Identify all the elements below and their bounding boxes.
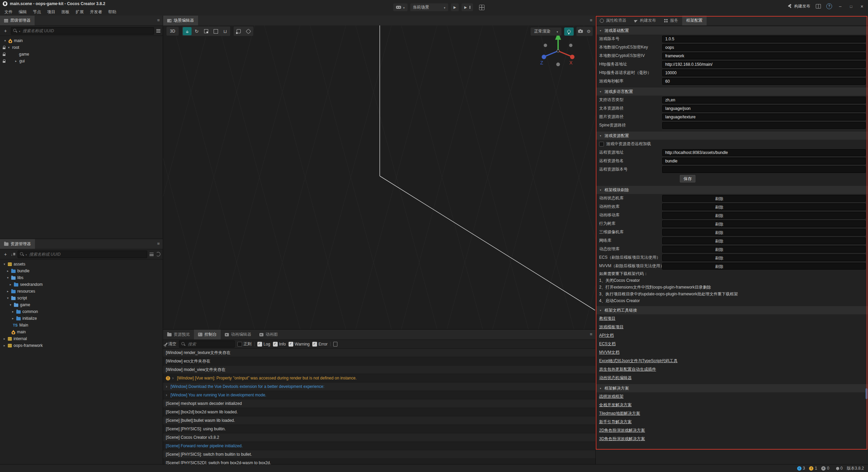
log-row[interactable]: [Window] render_texture文件夹存在 bbox=[163, 349, 595, 357]
asset-node-libs[interactable]: libs bbox=[0, 274, 163, 281]
asset-node-resources[interactable]: resources bbox=[0, 288, 163, 295]
tab-assets[interactable]: 资源管理器 bbox=[0, 239, 35, 249]
section-solutions[interactable]: 框架解决方案 bbox=[596, 384, 868, 392]
menu-developer[interactable]: 开发者 bbox=[87, 8, 105, 16]
link-row[interactable]: 游戏模板项目 bbox=[596, 323, 868, 331]
asset-node-initialize[interactable]: initialize bbox=[0, 315, 163, 322]
chevron-expanded-icon[interactable] bbox=[3, 262, 6, 266]
filter-icon[interactable] bbox=[156, 29, 160, 33]
scene-viewport[interactable]: X Z bbox=[163, 25, 595, 329]
remove-module-button[interactable]: 剔除 bbox=[662, 220, 866, 227]
ui-transform-tool-button[interactable] bbox=[221, 27, 230, 35]
asset-node-bundle[interactable]: bundle bbox=[0, 268, 163, 274]
doc-link[interactable]: API文档 bbox=[599, 333, 614, 338]
tab-inspector[interactable]: 属性检查器 bbox=[596, 16, 630, 25]
tab-hierarchy[interactable]: 层级管理器 bbox=[0, 16, 35, 25]
doc-link[interactable]: ECS文档 bbox=[599, 341, 616, 347]
scale-tool-button[interactable] bbox=[202, 27, 211, 35]
link-row[interactable]: MVVM文档 bbox=[596, 348, 868, 357]
remote-res-url-input[interactable] bbox=[662, 149, 866, 156]
remote-res-version-input[interactable] bbox=[662, 166, 866, 173]
checkbox-checked-icon[interactable] bbox=[312, 342, 317, 347]
crypto-iv-input[interactable] bbox=[662, 53, 866, 59]
coordinate-mode-button[interactable] bbox=[244, 27, 253, 35]
menu-extension[interactable]: 扩展 bbox=[73, 8, 87, 16]
close-button[interactable] bbox=[859, 4, 865, 9]
asset-node-assets[interactable]: assets bbox=[0, 261, 163, 268]
expand-chevron-icon[interactable] bbox=[166, 393, 169, 397]
3d-toggle-button[interactable]: 3D bbox=[166, 27, 179, 36]
doc-link[interactable]: Excel格式转Json文件与TypeScript代码工具 bbox=[599, 358, 677, 364]
refresh-icon[interactable] bbox=[156, 252, 160, 256]
expand-chevron-icon[interactable] bbox=[172, 376, 175, 380]
log-row[interactable]: [Scene] [box2d]:box2d wasm lib loaded. bbox=[163, 408, 595, 416]
panel-menu-icon[interactable] bbox=[157, 241, 160, 246]
log-row[interactable]: [Scene] [PHYSICS]: using builtin. bbox=[163, 425, 595, 433]
remove-module-button[interactable]: 剔除 bbox=[662, 229, 866, 236]
section-module-trim[interactable]: 框架模块剔除 bbox=[596, 186, 868, 194]
remove-module-button[interactable]: 剔除 bbox=[662, 212, 866, 219]
menu-node[interactable]: 节点 bbox=[30, 8, 44, 16]
console-search-input[interactable] bbox=[187, 341, 232, 347]
doc-link[interactable]: 原生包热更新配置自动生成插件 bbox=[599, 367, 656, 372]
checkbox-unchecked-icon[interactable] bbox=[237, 342, 242, 347]
chevron-expanded-icon[interactable] bbox=[9, 303, 12, 307]
link-row[interactable]: 教程项目 bbox=[596, 314, 868, 323]
checkbox-checked-icon[interactable] bbox=[273, 342, 278, 347]
chevron-collapsed-icon[interactable] bbox=[11, 317, 15, 320]
filter-icon[interactable] bbox=[150, 253, 154, 256]
asset-node-Main[interactable]: TS Main bbox=[0, 322, 163, 329]
link-row[interactable]: 原生包热更新配置自动生成插件 bbox=[596, 365, 868, 374]
link-row[interactable]: 3D角色扮演游戏解决方案 bbox=[596, 435, 868, 443]
log-row[interactable]: [Scene] [PHYSICS]: switch from builtin t… bbox=[163, 450, 595, 459]
tab-animation-editor[interactable]: 动画编辑器 bbox=[221, 330, 255, 339]
menu-edit[interactable]: 编辑 bbox=[16, 8, 30, 16]
doc-link[interactable]: MVVM文档 bbox=[599, 350, 619, 355]
assets-search-box[interactable] bbox=[18, 251, 147, 258]
log-row[interactable]: [Scene] meshopt wasm decoder initialized bbox=[163, 399, 595, 408]
add-node-button[interactable] bbox=[2, 28, 8, 34]
tab-framework-config[interactable]: 框架配置 bbox=[682, 16, 707, 25]
remove-module-button[interactable]: 剔除 bbox=[662, 254, 866, 261]
tree-node-root[interactable]: root bbox=[0, 44, 163, 51]
link-row[interactable]: 动画状态机编辑器 bbox=[596, 374, 868, 382]
scene-select-dropdown[interactable]: 当前场景 bbox=[410, 3, 448, 11]
panel-menu-icon[interactable] bbox=[590, 18, 592, 23]
status-error-count[interactable]: 0 bbox=[821, 466, 829, 471]
tab-asset-preview[interactable]: 资源预览 bbox=[163, 330, 194, 339]
link-row[interactable]: API文档 bbox=[596, 331, 868, 340]
remove-module-button[interactable]: 剔除 bbox=[662, 246, 866, 253]
panel-menu-icon[interactable] bbox=[590, 332, 592, 337]
status-notifications[interactable]: 0 bbox=[836, 466, 843, 471]
game-version-input[interactable] bbox=[662, 36, 866, 42]
section-doc-links[interactable]: 框架文档工具链接 bbox=[596, 306, 868, 314]
solution-link[interactable]: 战棋游戏框架 bbox=[599, 394, 624, 399]
tab-animation-graph[interactable]: 动画图 bbox=[255, 330, 282, 339]
pivot-mode-button[interactable] bbox=[234, 27, 243, 35]
asset-node-oops-framework[interactable]: oops-framework bbox=[0, 342, 163, 349]
preview-target-dropdown[interactable] bbox=[393, 3, 408, 11]
http-timeout-input[interactable] bbox=[662, 70, 866, 76]
tab-console[interactable]: 控制台 bbox=[194, 330, 221, 339]
chevron-collapsed-icon[interactable] bbox=[3, 344, 6, 347]
chevron-expanded-icon[interactable] bbox=[7, 46, 11, 49]
rect-tool-button[interactable] bbox=[211, 27, 220, 35]
chevron-collapsed-icon[interactable] bbox=[9, 283, 12, 286]
solution-link[interactable]: Tiledmap地图解决方案 bbox=[599, 411, 640, 416]
log-row[interactable]: [Window] model_view文件夹存在 bbox=[163, 366, 595, 374]
asset-node-main-scene[interactable]: main bbox=[0, 329, 163, 335]
log-file-icon[interactable] bbox=[333, 342, 337, 347]
filter-warning-checkbox[interactable]: Warning bbox=[289, 342, 310, 347]
layout-grid-icon[interactable] bbox=[479, 5, 485, 10]
tree-node-game[interactable]: game bbox=[0, 51, 163, 58]
link-row[interactable]: Excel格式转Json文件与TypeScript代码工具 bbox=[596, 357, 868, 365]
asset-node-common[interactable]: common bbox=[0, 308, 163, 315]
menu-panel[interactable]: 面板 bbox=[58, 8, 73, 16]
crypto-key-input[interactable] bbox=[662, 44, 866, 51]
build-publish-button[interactable]: 构建发布 bbox=[788, 3, 810, 9]
status-info-count[interactable]: 3 bbox=[797, 466, 805, 471]
log-row[interactable]: [Scene] Cocos Creator v3.8.2 bbox=[163, 433, 595, 442]
remove-module-button[interactable]: 剔除 bbox=[662, 237, 866, 244]
chevron-collapsed-icon[interactable] bbox=[6, 269, 9, 273]
tab-services[interactable]: 服务 bbox=[660, 16, 682, 25]
